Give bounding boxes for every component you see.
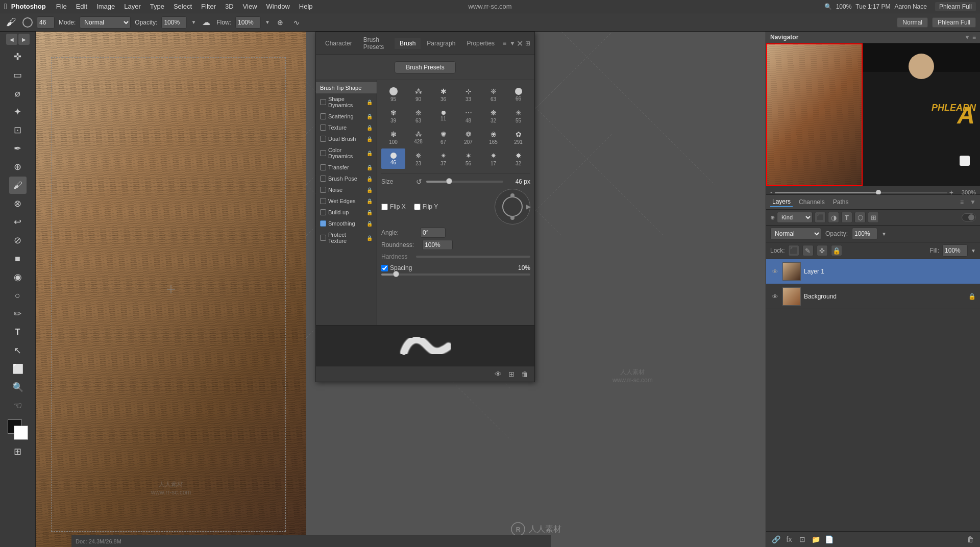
hand-tool[interactable]: ☜ [9,397,27,414]
fill-value[interactable] [942,244,968,257]
flip-y-checkbox[interactable] [414,204,421,210]
brush-cell-36[interactable]: ✱ 36 [431,84,455,105]
panel-close-btn[interactable]: ✕ [517,39,523,48]
brush-presets-btn[interactable]: Brush Presets [395,61,456,73]
brush-cell-48[interactable]: ⋯ 48 [456,106,480,126]
nav-item-texture[interactable]: Texture 🔒 [316,122,377,133]
hardness-slider[interactable] [416,256,530,258]
zoom-in-btn[interactable]: + [949,188,953,195]
move-tool[interactable]: ✜ [9,48,27,65]
filter-kind-select[interactable]: Kind [777,212,813,223]
scattering-cb[interactable] [320,113,326,119]
brush-cell-56[interactable]: ✶ 56 [456,148,480,169]
brush-cell-46-active[interactable]: 46 [381,148,405,169]
tab-character[interactable]: Character [320,38,357,49]
navigator-collapse-btn[interactable]: ▼ [964,34,970,41]
brush-cell-428[interactable]: ⁂ 428 [406,127,430,147]
color-dynamics-cb[interactable] [320,150,326,156]
spacing-thumb[interactable] [393,271,399,277]
brush-cell-207[interactable]: ❁ 207 [456,127,480,147]
menu-item-filter[interactable]: Filter [197,2,220,11]
flip-x-checkbox[interactable] [381,204,388,210]
lock-transparent-btn[interactable]: ⬛ [788,245,799,256]
brush-cell-39[interactable]: ✾ 39 [381,106,405,126]
new-group-btn[interactable]: 📁 [810,534,821,545]
lock-paint-btn[interactable]: ✎ [802,245,814,256]
nav-item-smoothing[interactable]: Smoothing 🔒 [316,218,377,229]
flip-y-label[interactable]: Flip Y [414,203,438,210]
navigator-content[interactable]: PHLEARN A [766,43,980,186]
brush-cell-63b[interactable]: ❊ 63 [406,106,430,126]
size-slider-track[interactable] [426,181,503,183]
nav-item-brush-tip[interactable]: Brush Tip Shape [316,82,377,93]
delete-layer-btn[interactable]: 🗑 [965,534,976,545]
shape-dynamics-cb[interactable] [320,99,326,105]
quick-mask-btn[interactable]: ⊞ [9,443,27,460]
brush-cell-67[interactable]: ✺ 67 [431,127,455,147]
noise-cb[interactable] [320,187,326,193]
zoom-slider[interactable] [775,192,947,193]
lock-all-btn[interactable]: 🔒 [831,245,842,256]
nav-item-wet-edges[interactable]: Wet Edges 🔒 [316,195,377,207]
new-layer-btn[interactable]: 📄 [823,534,835,545]
opacity-chevron[interactable]: ▼ [191,19,196,25]
spacing-label-row[interactable]: Spacing [381,264,412,271]
angle-input[interactable] [420,228,446,238]
brush-cell-100[interactable]: ❃ 100 [381,127,405,147]
select-marquee-tool[interactable]: ▭ [9,66,27,84]
roundness-input[interactable] [422,240,453,250]
blend-mode-select[interactable]: Normal Multiply Screen [770,228,821,240]
brush-cell-17[interactable]: ✷ 17 [481,148,505,169]
add-mask-btn[interactable]: ⊡ [797,534,808,545]
color-swatches[interactable] [8,419,28,440]
filter-icon-adjust[interactable]: ◑ [828,212,839,223]
gradient-tool[interactable]: ■ [9,250,27,267]
brush-cell-33[interactable]: ⊹ 33 [456,84,480,105]
transfer-cb[interactable] [320,164,326,170]
type-tool[interactable]: T [9,324,27,341]
airbrush-btn[interactable]: ☁ [200,16,212,29]
fill-chevron[interactable]: ▼ [971,248,976,254]
opacity-input[interactable] [161,16,187,29]
tab-paragraph[interactable]: Paragraph [422,38,460,49]
zoom-out-btn[interactable]: - [770,188,773,195]
canvas-area[interactable]: 人人素材www.rr-sc.com 人人素材w [36,32,766,547]
menu-item-window[interactable]: Window [262,2,294,11]
toolbar-expand-btn[interactable]: ▶ [18,34,30,45]
zoom-value[interactable]: 300% [955,189,976,195]
nav-item-color-dynamics[interactable]: Color Dynamics 🔒 [316,144,377,162]
spacing-checkbox[interactable] [381,265,388,271]
texture-cb[interactable] [320,125,326,131]
brush-cell-55[interactable]: ✳ 55 [506,106,530,126]
filter-toggle[interactable] [962,213,976,221]
footer-visibility-icon[interactable]: 👁 [493,368,504,380]
panel-collapse-icon[interactable]: ▼ [509,40,516,47]
brush-cell-23[interactable]: ✵ 23 [406,148,430,169]
pen-tool[interactable]: ✏ [9,305,27,322]
navigator-menu-btn[interactable]: ≡ [972,34,976,41]
tab-layers[interactable]: Layers [770,197,793,207]
nav-item-noise[interactable]: Noise 🔒 [316,184,377,195]
filter-icon-type[interactable]: T [841,212,852,223]
history-brush-tool[interactable]: ↩ [9,213,27,231]
brush-cell-165[interactable]: ❀ 165 [481,127,505,147]
toolbar-collapse-btn[interactable]: ◀ [6,34,17,45]
brush-cell-32b[interactable]: ✸ 32 [506,148,530,169]
nav-item-shape-dynamics[interactable]: Shape Dynamics 🔒 [316,93,377,111]
nav-item-dual-brush[interactable]: Dual Brush 🔒 [316,133,377,144]
menu-item-select[interactable]: Select [169,2,196,11]
opacity-chevron-layers[interactable]: ▼ [881,231,887,237]
size-reset-btn[interactable]: ↺ [416,178,422,186]
lasso-tool[interactable]: ⌀ [9,85,27,102]
brush-tool[interactable]: 🖌 [9,177,27,194]
footer-add-icon[interactable]: ⊞ [506,368,517,380]
footer-delete-icon[interactable]: 🗑 [519,368,530,380]
menu-item-image[interactable]: Image [92,2,119,11]
layer-row-layer1[interactable]: 👁 Layer 1 [766,259,980,284]
tab-brush-presets[interactable]: Brush Presets [358,34,394,53]
tab-properties[interactable]: Properties [461,38,500,49]
brush-cell-291[interactable]: ✿ 291 [506,127,530,147]
smoothing-btn[interactable]: ∿ [290,16,303,29]
background-eye[interactable]: 👁 [770,292,779,301]
spot-heal-tool[interactable]: ⊕ [9,158,27,176]
